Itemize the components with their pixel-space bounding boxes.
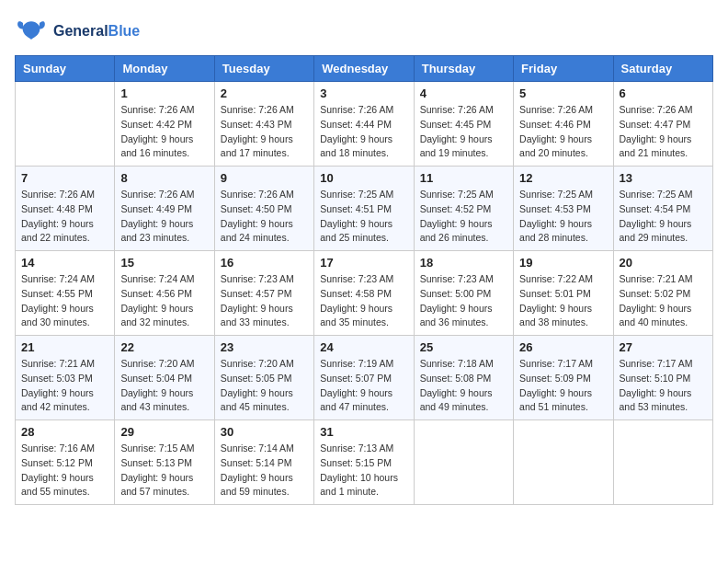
day-number: 9 <box>221 171 308 185</box>
calendar-cell <box>514 420 613 505</box>
logo-text: GeneralBlue <box>53 23 140 40</box>
day-number: 31 <box>320 425 407 439</box>
calendar-cell: 27Sunrise: 7:17 AMSunset: 5:10 PMDayligh… <box>613 336 712 420</box>
column-header-saturday: Saturday <box>613 56 712 82</box>
day-number: 2 <box>221 86 308 100</box>
calendar-cell: 19Sunrise: 7:22 AMSunset: 5:01 PMDayligh… <box>514 251 613 336</box>
day-number: 24 <box>320 340 407 354</box>
day-info: Sunrise: 7:23 AMSunset: 4:57 PMDaylight:… <box>221 272 308 330</box>
day-info: Sunrise: 7:23 AMSunset: 4:58 PMDaylight:… <box>320 272 407 330</box>
calendar-cell: 24Sunrise: 7:19 AMSunset: 5:07 PMDayligh… <box>314 336 414 420</box>
day-number: 5 <box>519 86 607 100</box>
day-number: 8 <box>120 171 208 185</box>
calendar-week-row: 14Sunrise: 7:24 AMSunset: 4:55 PMDayligh… <box>16 251 713 336</box>
calendar-cell: 9Sunrise: 7:26 AMSunset: 4:50 PMDaylight… <box>214 167 313 251</box>
calendar-cell: 15Sunrise: 7:24 AMSunset: 4:56 PMDayligh… <box>115 251 214 336</box>
page-header: GeneralBlue <box>15 15 713 48</box>
calendar-header-row: SundayMondayTuesdayWednesdayThursdayFrid… <box>16 56 713 82</box>
calendar-cell: 21Sunrise: 7:21 AMSunset: 5:03 PMDayligh… <box>16 336 115 420</box>
calendar-week-row: 1Sunrise: 7:26 AMSunset: 4:42 PMDaylight… <box>16 82 713 167</box>
day-info: Sunrise: 7:21 AMSunset: 5:03 PMDaylight:… <box>21 357 108 415</box>
logo: GeneralBlue <box>15 15 140 48</box>
calendar-table: SundayMondayTuesdayWednesdayThursdayFrid… <box>15 55 713 505</box>
column-header-friday: Friday <box>514 56 613 82</box>
calendar-cell: 30Sunrise: 7:14 AMSunset: 5:14 PMDayligh… <box>214 420 313 505</box>
calendar-cell: 6Sunrise: 7:26 AMSunset: 4:47 PMDaylight… <box>613 82 712 167</box>
calendar-cell: 20Sunrise: 7:21 AMSunset: 5:02 PMDayligh… <box>613 251 712 336</box>
calendar-cell: 5Sunrise: 7:26 AMSunset: 4:46 PMDaylight… <box>514 82 613 167</box>
calendar-cell: 13Sunrise: 7:25 AMSunset: 4:54 PMDayligh… <box>613 167 712 251</box>
day-info: Sunrise: 7:25 AMSunset: 4:52 PMDaylight:… <box>420 188 507 246</box>
calendar-cell: 11Sunrise: 7:25 AMSunset: 4:52 PMDayligh… <box>414 167 513 251</box>
calendar-cell: 4Sunrise: 7:26 AMSunset: 4:45 PMDaylight… <box>414 82 513 167</box>
day-number: 3 <box>320 86 407 100</box>
day-number: 16 <box>221 256 308 270</box>
calendar-cell: 8Sunrise: 7:26 AMSunset: 4:49 PMDaylight… <box>115 167 214 251</box>
day-info: Sunrise: 7:17 AMSunset: 5:09 PMDaylight:… <box>519 357 607 415</box>
day-info: Sunrise: 7:22 AMSunset: 5:01 PMDaylight:… <box>519 272 607 330</box>
day-info: Sunrise: 7:20 AMSunset: 5:04 PMDaylight:… <box>120 357 208 415</box>
calendar-cell: 25Sunrise: 7:18 AMSunset: 5:08 PMDayligh… <box>414 336 513 420</box>
column-header-sunday: Sunday <box>16 56 115 82</box>
day-info: Sunrise: 7:25 AMSunset: 4:54 PMDaylight:… <box>620 188 707 246</box>
calendar-cell: 2Sunrise: 7:26 AMSunset: 4:43 PMDaylight… <box>214 82 313 167</box>
day-number: 30 <box>221 425 308 439</box>
day-info: Sunrise: 7:21 AMSunset: 5:02 PMDaylight:… <box>620 272 707 330</box>
calendar-week-row: 21Sunrise: 7:21 AMSunset: 5:03 PMDayligh… <box>16 336 713 420</box>
day-number: 13 <box>620 171 707 185</box>
day-number: 1 <box>120 86 208 100</box>
day-number: 25 <box>420 340 507 354</box>
day-info: Sunrise: 7:26 AMSunset: 4:46 PMDaylight:… <box>519 103 607 161</box>
day-info: Sunrise: 7:26 AMSunset: 4:48 PMDaylight:… <box>21 188 108 246</box>
calendar-cell: 22Sunrise: 7:20 AMSunset: 5:04 PMDayligh… <box>115 336 214 420</box>
calendar-cell: 18Sunrise: 7:23 AMSunset: 5:00 PMDayligh… <box>414 251 513 336</box>
logo-icon <box>15 15 48 48</box>
day-number: 21 <box>21 340 108 354</box>
day-number: 12 <box>519 171 607 185</box>
day-number: 27 <box>620 340 707 354</box>
calendar-cell: 16Sunrise: 7:23 AMSunset: 4:57 PMDayligh… <box>214 251 313 336</box>
day-number: 23 <box>221 340 308 354</box>
column-header-tuesday: Tuesday <box>214 56 313 82</box>
day-number: 17 <box>320 256 407 270</box>
day-info: Sunrise: 7:16 AMSunset: 5:12 PMDaylight:… <box>21 442 108 500</box>
day-info: Sunrise: 7:24 AMSunset: 4:56 PMDaylight:… <box>120 272 208 330</box>
day-number: 29 <box>120 425 208 439</box>
calendar-cell: 12Sunrise: 7:25 AMSunset: 4:53 PMDayligh… <box>514 167 613 251</box>
day-info: Sunrise: 7:26 AMSunset: 4:45 PMDaylight:… <box>420 103 507 161</box>
calendar-cell <box>414 420 513 505</box>
day-info: Sunrise: 7:23 AMSunset: 5:00 PMDaylight:… <box>420 272 507 330</box>
day-info: Sunrise: 7:20 AMSunset: 5:05 PMDaylight:… <box>221 357 308 415</box>
day-info: Sunrise: 7:24 AMSunset: 4:55 PMDaylight:… <box>21 272 108 330</box>
calendar-cell: 14Sunrise: 7:24 AMSunset: 4:55 PMDayligh… <box>16 251 115 336</box>
day-info: Sunrise: 7:26 AMSunset: 4:42 PMDaylight:… <box>120 103 208 161</box>
day-info: Sunrise: 7:26 AMSunset: 4:49 PMDaylight:… <box>120 188 208 246</box>
day-info: Sunrise: 7:26 AMSunset: 4:44 PMDaylight:… <box>320 103 407 161</box>
calendar-cell <box>613 420 712 505</box>
day-number: 4 <box>420 86 507 100</box>
calendar-cell: 23Sunrise: 7:20 AMSunset: 5:05 PMDayligh… <box>214 336 313 420</box>
day-info: Sunrise: 7:26 AMSunset: 4:50 PMDaylight:… <box>221 188 308 246</box>
day-number: 22 <box>120 340 208 354</box>
day-number: 20 <box>620 256 707 270</box>
day-info: Sunrise: 7:25 AMSunset: 4:53 PMDaylight:… <box>519 188 607 246</box>
calendar-cell: 7Sunrise: 7:26 AMSunset: 4:48 PMDaylight… <box>16 167 115 251</box>
calendar-cell: 10Sunrise: 7:25 AMSunset: 4:51 PMDayligh… <box>314 167 414 251</box>
day-number: 19 <box>519 256 607 270</box>
calendar-week-row: 7Sunrise: 7:26 AMSunset: 4:48 PMDaylight… <box>16 167 713 251</box>
calendar-cell: 31Sunrise: 7:13 AMSunset: 5:15 PMDayligh… <box>314 420 414 505</box>
calendar-cell: 29Sunrise: 7:15 AMSunset: 5:13 PMDayligh… <box>115 420 214 505</box>
day-info: Sunrise: 7:18 AMSunset: 5:08 PMDaylight:… <box>420 357 507 415</box>
day-number: 10 <box>320 171 407 185</box>
day-info: Sunrise: 7:15 AMSunset: 5:13 PMDaylight:… <box>120 442 208 500</box>
calendar-cell: 1Sunrise: 7:26 AMSunset: 4:42 PMDaylight… <box>115 82 214 167</box>
day-number: 14 <box>21 256 108 270</box>
column-header-monday: Monday <box>115 56 214 82</box>
day-number: 7 <box>21 171 108 185</box>
calendar-cell: 28Sunrise: 7:16 AMSunset: 5:12 PMDayligh… <box>16 420 115 505</box>
day-number: 15 <box>120 256 208 270</box>
column-header-wednesday: Wednesday <box>314 56 414 82</box>
day-info: Sunrise: 7:25 AMSunset: 4:51 PMDaylight:… <box>320 188 407 246</box>
calendar-cell: 3Sunrise: 7:26 AMSunset: 4:44 PMDaylight… <box>314 82 414 167</box>
day-number: 28 <box>21 425 108 439</box>
